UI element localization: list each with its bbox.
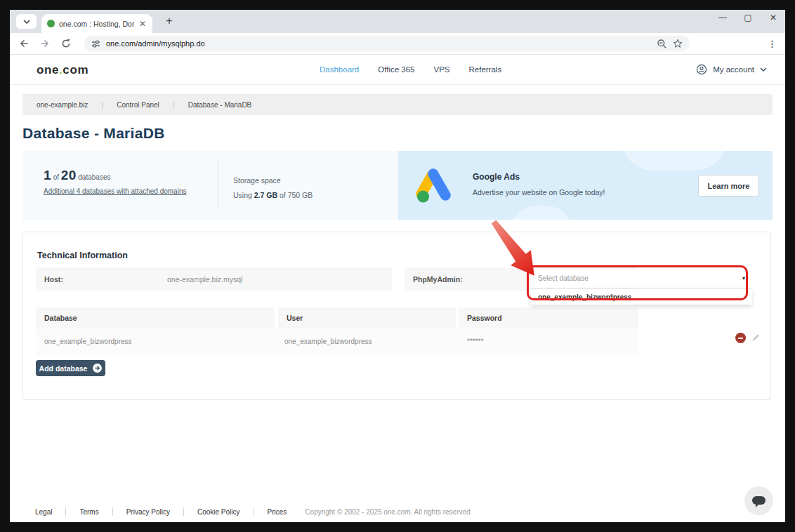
- add-database-button[interactable]: Add database: [36, 360, 105, 376]
- my-account-menu[interactable]: My account: [696, 55, 767, 84]
- database-usage-card: 1 of 20 databases Additional 4 databases…: [22, 151, 398, 220]
- forward-arrow-icon: [39, 38, 51, 49]
- db-count-value: 1: [44, 168, 51, 182]
- pencil-icon: [751, 333, 760, 343]
- table-header-password: Password: [459, 307, 638, 328]
- chat-widget-button[interactable]: [744, 486, 773, 515]
- dropdown-option-database[interactable]: one_example_bizwordpress: [531, 289, 752, 305]
- google-ads-logo-icon: [416, 166, 451, 204]
- cloud-decoration: [622, 151, 727, 171]
- breadcrumb-control-panel[interactable]: Control Panel: [117, 101, 159, 109]
- site-header: one.com Dashboard Office 365 VPS Referra…: [10, 55, 785, 85]
- footer-link-privacy-policy[interactable]: Privacy Policy: [126, 508, 170, 516]
- footer-separator: [183, 507, 184, 516]
- chevron-down-icon: [23, 20, 30, 24]
- new-tab-button[interactable]: +: [161, 13, 178, 29]
- additional-databases-link[interactable]: Additional 4 databases with attached dom…: [44, 187, 186, 195]
- site-settings-icon[interactable]: [91, 39, 100, 48]
- user-icon: [696, 64, 707, 75]
- nav-vps[interactable]: VPS: [433, 65, 449, 74]
- minus-icon: [738, 338, 743, 339]
- back-arrow-icon: [18, 38, 29, 49]
- tab-title: one.com : Hosting, Domain, Em: [59, 20, 134, 28]
- section-title: Technical Information: [37, 251, 128, 260]
- table-row: one_example_bizwordpress one_example_biz…: [36, 328, 638, 355]
- storage-usage: Using 2.7 GB of 750 GB: [233, 191, 313, 199]
- zoom-out-icon[interactable]: [657, 39, 667, 49]
- nav-referrals[interactable]: Referrals: [469, 65, 502, 74]
- tab-strip: one.com : Hosting, Domain, Em ✕ + — ▢ ✕: [10, 10, 785, 33]
- dropdown-placeholder: Select database: [538, 274, 589, 282]
- storage-space-label: Storage space: [233, 176, 281, 185]
- page-title: Database - MariaDB: [22, 125, 165, 142]
- card-divider: [218, 161, 218, 210]
- db-count-word: databases: [78, 173, 110, 181]
- bookmark-star-icon[interactable]: [673, 39, 683, 48]
- site-favicon: [47, 20, 55, 27]
- footer-link-legal[interactable]: Legal: [35, 508, 52, 516]
- tab-search-button[interactable]: [16, 14, 37, 29]
- phpmyadmin-label: PhpMyAdmin:: [413, 275, 463, 284]
- host-field: Host: one-example.biz.mysql: [36, 267, 392, 291]
- logo-text: one: [37, 63, 59, 77]
- footer-separator: [112, 507, 113, 516]
- table-header-database: Database: [36, 307, 275, 328]
- breadcrumb: one-example.biz | Control Panel | Databa…: [22, 94, 773, 115]
- footer-link-cookie-policy[interactable]: Cookie Policy: [197, 508, 240, 516]
- table-header-user: User: [278, 307, 456, 328]
- technical-information-panel: Technical Information Host: one-example.…: [22, 232, 771, 400]
- nav-dashboard[interactable]: Dashboard: [320, 65, 359, 74]
- db-count-total: 20: [61, 168, 77, 182]
- onecom-logo[interactable]: one.com: [37, 63, 88, 77]
- footer-link-prices[interactable]: Prices: [268, 508, 287, 516]
- reload-button[interactable]: [60, 38, 72, 49]
- footer-separator: [254, 507, 254, 516]
- db-count-of: of: [53, 173, 59, 181]
- forward-button[interactable]: [39, 38, 51, 49]
- cloud-decoration: [509, 206, 574, 220]
- cell-user-name: one_example_bizwordpress: [284, 338, 372, 345]
- storage-mid: of: [277, 191, 288, 199]
- logo-text-2: com: [63, 63, 88, 77]
- google-ads-banner: Google Ads Advertise your website on Goo…: [398, 151, 773, 220]
- browser-menu-icon[interactable]: ⋮: [768, 39, 777, 49]
- breadcrumb-separator: |: [101, 100, 103, 109]
- dropdown-caret-icon: ▾: [742, 275, 745, 281]
- add-database-label: Add database: [39, 364, 88, 373]
- database-count: 1 of 20 databases: [44, 168, 110, 183]
- url-text[interactable]: one.com/admin/mysqlphp.do: [106, 39, 651, 48]
- reload-icon: [60, 38, 72, 49]
- tab-close-icon[interactable]: ✕: [138, 20, 147, 28]
- ad-title: Google Ads: [473, 172, 520, 182]
- nav-office-365[interactable]: Office 365: [378, 65, 414, 74]
- my-account-label: My account: [713, 65, 754, 74]
- delete-database-button[interactable]: [735, 333, 746, 343]
- breadcrumb-current: Database - MariaDB: [188, 101, 252, 109]
- learn-more-button[interactable]: Learn more: [698, 175, 759, 197]
- edit-password-button[interactable]: [751, 333, 760, 343]
- chevron-down-icon: [760, 67, 767, 72]
- ad-subtitle: Advertise your website on Google today!: [473, 188, 605, 197]
- browser-toolbar: one.com/admin/mysqlphp.do ⋮: [10, 33, 785, 55]
- cell-database-name: one_example_bizwordpress: [44, 338, 132, 345]
- main-nav: Dashboard Office 365 VPS Referrals: [320, 55, 501, 84]
- row-actions: [735, 333, 760, 343]
- chat-bubble-icon: [752, 496, 766, 505]
- copyright-text: Copyright © 2002 - 2025 one.com. All rig…: [305, 508, 470, 516]
- window-minimize-button[interactable]: —: [718, 13, 728, 22]
- info-cards-row: 1 of 20 databases Additional 4 databases…: [22, 151, 773, 220]
- window-maximize-button[interactable]: ▢: [743, 13, 753, 22]
- breadcrumb-separator: |: [173, 100, 175, 109]
- arrow-circle-icon: [93, 364, 102, 373]
- host-value: one-example.biz.mysql: [167, 275, 242, 284]
- browser-tab[interactable]: one.com : Hosting, Domain, Em ✕: [41, 14, 152, 33]
- breadcrumb-domain[interactable]: one-example.biz: [37, 101, 88, 109]
- cell-password-masked: ******: [467, 338, 483, 345]
- storage-prefix: Using: [233, 191, 254, 199]
- select-database-dropdown[interactable]: Select database ▾: [531, 269, 752, 288]
- back-button[interactable]: [18, 38, 29, 49]
- host-label: Host:: [44, 275, 63, 284]
- window-close-button[interactable]: ✕: [768, 13, 778, 22]
- footer-link-terms[interactable]: Terms: [79, 508, 98, 516]
- url-bar[interactable]: one.com/admin/mysqlphp.do: [84, 36, 690, 51]
